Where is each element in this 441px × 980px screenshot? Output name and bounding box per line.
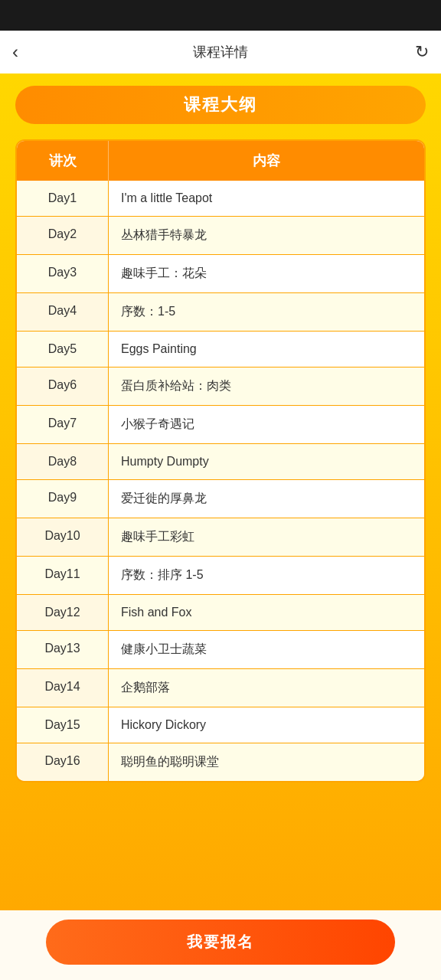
- row-content: 趣味手工彩虹: [109, 518, 424, 556]
- row-day: Day3: [17, 255, 109, 292]
- row-content: Eggs Painting: [109, 332, 424, 367]
- row-day: Day4: [17, 293, 109, 331]
- table-row: Day11 序数：排序 1-5: [17, 557, 424, 595]
- table-header: 讲次 内容: [17, 141, 424, 181]
- refresh-button[interactable]: ↻: [398, 42, 429, 62]
- row-content: 蛋白质补给站：肉类: [109, 368, 424, 405]
- back-button[interactable]: ‹: [12, 41, 43, 63]
- table-row: Day12 Fish and Fox: [17, 595, 424, 631]
- row-day: Day7: [17, 406, 109, 443]
- row-content: I'm a little Teapot: [109, 181, 424, 216]
- nav-title: 课程详情: [193, 43, 248, 61]
- table-row: Day5 Eggs Painting: [17, 332, 424, 368]
- row-content: 健康小卫士蔬菜: [109, 631, 424, 668]
- row-day: Day5: [17, 332, 109, 367]
- bottom-bar: 我要报名: [0, 910, 441, 980]
- row-content: 企鹅部落: [109, 669, 424, 707]
- status-bar: [0, 0, 441, 31]
- row-day: Day8: [17, 444, 109, 479]
- row-day: Day11: [17, 557, 109, 594]
- row-content: 序数：排序 1-5: [109, 557, 424, 594]
- row-day: Day14: [17, 669, 109, 707]
- header-content: 内容: [109, 141, 424, 181]
- table-row: Day3 趣味手工：花朵: [17, 255, 424, 293]
- table-row: Day6 蛋白质补给站：肉类: [17, 368, 424, 406]
- table-row: Day10 趣味手工彩虹: [17, 518, 424, 557]
- table-row: Day4 序数：1-5: [17, 293, 424, 332]
- row-day: Day1: [17, 181, 109, 216]
- table-body: Day1 I'm a little Teapot Day2 丛林猎手特暴龙 Da…: [17, 181, 424, 781]
- table-row: Day15 Hickory Dickory: [17, 707, 424, 743]
- row-content: Hickory Dickory: [109, 707, 424, 743]
- row-day: Day6: [17, 368, 109, 405]
- row-day: Day2: [17, 217, 109, 254]
- row-day: Day12: [17, 595, 109, 630]
- row-day: Day9: [17, 480, 109, 518]
- header-day: 讲次: [17, 141, 109, 181]
- row-content: 丛林猎手特暴龙: [109, 217, 424, 254]
- table-row: Day7 小猴子奇遇记: [17, 406, 424, 444]
- row-day: Day16: [17, 743, 109, 781]
- register-button[interactable]: 我要报名: [46, 920, 395, 965]
- table-row: Day2 丛林猎手特暴龙: [17, 217, 424, 255]
- table-row: Day13 健康小卫士蔬菜: [17, 631, 424, 669]
- row-content: 爱迁徙的厚鼻龙: [109, 480, 424, 518]
- table-row: Day8 Humpty Dumpty: [17, 444, 424, 480]
- row-content: Fish and Fox: [109, 595, 424, 630]
- row-day: Day15: [17, 707, 109, 743]
- row-content: 序数：1-5: [109, 293, 424, 331]
- table-row: Day9 爱迁徙的厚鼻龙: [17, 480, 424, 518]
- main-content: 课程大纲 讲次 内容 Day1 I'm a little Teapot Day2…: [0, 74, 441, 980]
- table-row: Day16 聪明鱼的聪明课堂: [17, 743, 424, 781]
- row-content: 趣味手工：花朵: [109, 255, 424, 292]
- course-table: 讲次 内容 Day1 I'm a little Teapot Day2 丛林猎手…: [15, 139, 426, 782]
- row-content: 小猴子奇遇记: [109, 406, 424, 443]
- row-day: Day13: [17, 631, 109, 668]
- row-day: Day10: [17, 518, 109, 556]
- nav-bar: ‹ 课程详情 ↻: [0, 31, 441, 74]
- table-row: Day1 I'm a little Teapot: [17, 181, 424, 217]
- section-header: 课程大纲: [15, 86, 426, 124]
- row-content: Humpty Dumpty: [109, 444, 424, 479]
- table-row: Day14 企鹅部落: [17, 669, 424, 707]
- row-content: 聪明鱼的聪明课堂: [109, 743, 424, 781]
